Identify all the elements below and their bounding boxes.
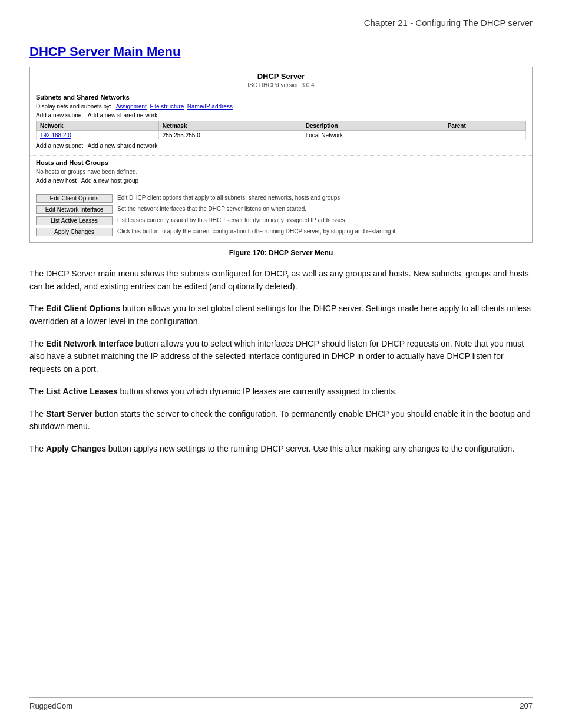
display-filestructure-link[interactable]: File structure	[150, 103, 184, 110]
display-nameip-link[interactable]: Name/IP address	[187, 103, 233, 110]
dhcp-server-box: DHCP Server ISC DHCPd version 3.0.4 Subn…	[29, 67, 533, 243]
apply-changes-button[interactable]: Apply Changes	[36, 228, 113, 236]
apply-changes-row: Apply Changes Click this button to apply…	[36, 228, 526, 236]
display-nets-line: Display nets and subnets by: Assignment …	[36, 103, 526, 110]
buttons-section: Edit Client Options Edit DHCP client opt…	[30, 190, 532, 242]
display-assignment-link[interactable]: Assignment	[116, 103, 147, 110]
page-footer: RuggedCom 207	[29, 697, 533, 710]
cell-parent	[444, 131, 525, 140]
add-new-subnet-link-top[interactable]: Add a new subnet	[36, 112, 83, 118]
hosts-title: Hosts and Host Groups	[36, 159, 526, 166]
network-link[interactable]: 192.168.2.0	[40, 132, 71, 139]
section-title: DHCP Server Main Menu	[29, 44, 533, 60]
body-para-2: The Edit Client Options button allows yo…	[29, 302, 533, 328]
dhcp-box-header: DHCP Server ISC DHCPd version 3.0.4	[30, 67, 532, 90]
edit-client-options-desc: Edit DHCP client options that apply to a…	[117, 194, 340, 202]
col-network: Network	[37, 121, 159, 131]
dhcp-box-title: DHCP Server	[32, 72, 530, 81]
footer-right: 207	[520, 701, 533, 710]
cell-description: Local Network	[302, 131, 444, 140]
list-active-leases-button[interactable]: List Active Leases	[36, 216, 113, 225]
body-para-1: The DHCP Server main menu shows the subn…	[29, 268, 533, 293]
edit-network-interface-button[interactable]: Edit Network Interface	[36, 205, 113, 214]
body-para-4: The List Active Leases button shows you …	[29, 386, 533, 398]
edit-network-interface-row: Edit Network Interface Set the network i…	[36, 205, 526, 214]
table-row: 192.168.2.0 255.255.255.0 Local Network	[37, 131, 526, 140]
add-links-top: Add a new subnet Add a new shared networ…	[36, 112, 526, 118]
table-header-row: Network Netmask Description Parent	[37, 121, 526, 131]
col-netmask: Netmask	[158, 121, 302, 131]
add-new-host-group-link[interactable]: Add a new host group	[81, 177, 138, 184]
body-para-6: The Apply Changes button applys new sett…	[29, 443, 533, 456]
subnets-title: Subnets and Shared Networks	[36, 94, 526, 101]
add-links-bottom: Add a new subnet Add a new shared networ…	[36, 143, 526, 149]
add-new-shared-network-link-top[interactable]: Add a new shared network	[88, 112, 157, 118]
cell-network: 192.168.2.0	[37, 131, 159, 140]
add-new-subnet-link-bottom[interactable]: Add a new subnet	[36, 143, 83, 149]
add-new-shared-network-link-bottom[interactable]: Add a new shared network	[88, 143, 157, 149]
edit-client-options-row: Edit Client Options Edit DHCP client opt…	[36, 194, 526, 203]
subnets-table: Network Netmask Description Parent 192.1…	[36, 121, 526, 140]
apply-changes-desc: Click this button to apply the current c…	[117, 228, 397, 236]
edit-network-interface-desc: Set the network interfaces that the DHCP…	[117, 205, 306, 213]
footer-left: RuggedCom	[29, 701, 72, 710]
body-para-3: The Edit Network Interface button allows…	[29, 338, 533, 376]
add-new-host-link[interactable]: Add a new host	[36, 177, 77, 184]
edit-client-options-button[interactable]: Edit Client Options	[36, 194, 113, 203]
col-description: Description	[302, 121, 444, 131]
dhcp-box-subtitle: ISC DHCPd version 3.0.4	[32, 82, 530, 88]
cell-netmask: 255.255.255.0	[158, 131, 302, 140]
chapter-header: Chapter 21 - Configuring The DHCP server	[29, 18, 533, 32]
body-para-5: The Start Server button starts the serve…	[29, 408, 533, 433]
list-active-leases-row: List Active Leases List leases currently…	[36, 216, 526, 225]
col-parent: Parent	[444, 121, 525, 131]
hosts-section: Hosts and Host Groups No hosts or groups…	[30, 156, 532, 190]
hosts-add-links: Add a new host Add a new host group	[36, 177, 526, 184]
list-active-leases-desc: List leases currently issued by this DHC…	[117, 216, 346, 225]
no-hosts-message: No hosts or groups have been defined.	[36, 169, 526, 175]
figure-caption: Figure 170: DHCP Server Menu	[29, 249, 533, 257]
subnets-section: Subnets and Shared Networks Display nets…	[30, 90, 532, 156]
